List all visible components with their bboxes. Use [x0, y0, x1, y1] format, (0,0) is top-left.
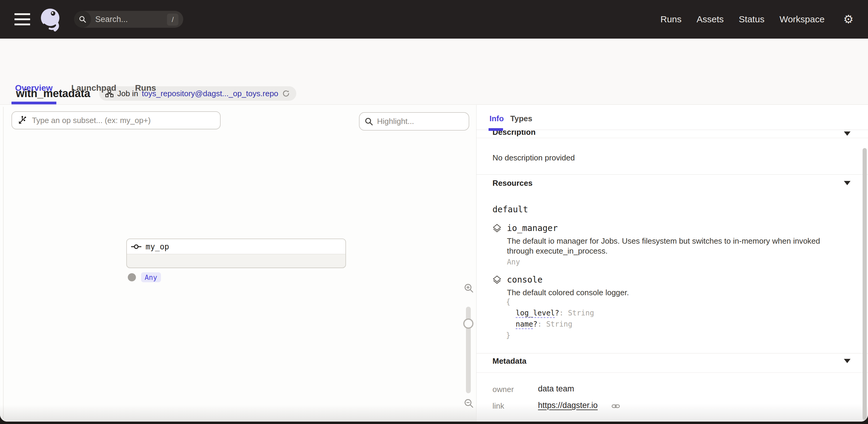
top-nav: / Runs Assets Status Workspace ⚙	[0, 0, 868, 39]
metadata-section-heading[interactable]: Metadata	[493, 357, 527, 366]
breadcrumb-repo-link[interactable]: toys_repository@dagst..._op_toys.repo	[142, 89, 278, 98]
search-icon	[74, 11, 91, 28]
resources-collapse-caret-icon[interactable]	[844, 181, 850, 185]
schema-open-brace: {	[506, 297, 594, 308]
job-tabs: Overview Launchpad Runs	[15, 83, 156, 104]
panel-tab-types[interactable]: Types	[510, 114, 532, 123]
resource-io-manager-description: The default io manager for Jobs. Uses fi…	[507, 236, 843, 256]
search-input[interactable]	[95, 15, 153, 24]
highlight-search	[359, 112, 469, 130]
reload-icon[interactable]	[282, 89, 290, 98]
hamburger-menu-icon[interactable]	[14, 13, 30, 25]
page-header: with_metadata Job in toys_repository@dag…	[0, 39, 868, 104]
nav-link-workspace[interactable]: Workspace	[779, 14, 825, 24]
nav-link-status[interactable]: Status	[739, 14, 764, 24]
resources-section-heading[interactable]: Resources	[493, 179, 532, 188]
op-selector-icon	[18, 116, 27, 125]
nav-link-runs[interactable]: Runs	[660, 14, 681, 24]
op-icon	[131, 244, 142, 250]
tab-launchpad[interactable]: Launchpad	[71, 83, 116, 104]
resource-io-manager-name: io_manager	[507, 223, 558, 233]
zoom-slider-thumb[interactable]	[463, 319, 473, 329]
settings-gear-icon[interactable]: ⚙	[843, 13, 854, 25]
nav-link-assets[interactable]: Assets	[696, 14, 724, 24]
op-node-my-op[interactable]: my_op	[126, 239, 346, 268]
schema-field-name: name?: String	[506, 319, 594, 330]
search-shortcut-badge: /	[167, 13, 179, 26]
resource-console-name: console	[507, 275, 542, 285]
metadata-collapse-caret-icon[interactable]	[844, 359, 850, 363]
op-node-name: my_op	[146, 242, 169, 251]
op-graph-canvas[interactable]: my_op Any	[0, 105, 476, 422]
config-schema-block[interactable]: { log_level?: String name?: String }	[506, 297, 594, 341]
metadata-value-owner: data team	[538, 384, 574, 394]
external-link-chain-icon[interactable]	[612, 402, 620, 411]
resource-icon	[493, 224, 501, 233]
schema-field-log-level: log_level?: String	[506, 308, 594, 319]
description-section-heading[interactable]: Description	[493, 130, 535, 137]
resource-io-manager-config: Any	[507, 258, 520, 266]
panel-tab-info[interactable]: Info	[490, 114, 504, 123]
op-output-type-badge[interactable]: Any	[141, 272, 161, 282]
dagster-logo-icon[interactable]	[38, 7, 63, 32]
op-subset-filter	[11, 111, 221, 129]
schema-close-brace: }	[506, 330, 594, 341]
metadata-link-dagster-io[interactable]: https://dagster.io	[538, 401, 598, 410]
zoom-out-icon[interactable]	[464, 398, 474, 408]
app-window: / Runs Assets Status Workspace ⚙ with_me…	[0, 0, 868, 422]
global-search[interactable]: /	[74, 11, 183, 28]
metadata-key-link: link	[493, 401, 504, 411]
description-empty-text: No description provided	[493, 153, 575, 162]
canvas-left-gutter	[3, 107, 4, 419]
metadata-key-owner: owner	[493, 385, 514, 394]
highlight-input[interactable]	[377, 117, 453, 126]
op-subset-input[interactable]	[32, 116, 215, 125]
nav-links: Runs Assets Status Workspace ⚙	[660, 13, 854, 25]
tab-overview[interactable]: Overview	[15, 83, 53, 104]
panel-scrollbar-thumb[interactable]	[863, 148, 867, 420]
description-collapse-caret-icon[interactable]	[844, 131, 850, 136]
highlight-search-icon	[364, 117, 373, 126]
resource-set-name: default	[493, 205, 528, 214]
panel-tab-indicator	[489, 128, 503, 131]
zoom-in-icon[interactable]	[464, 283, 474, 293]
op-output-port[interactable]	[128, 273, 136, 281]
sidebar-panel: Info Types Description No description pr…	[476, 105, 868, 422]
tab-runs[interactable]: Runs	[135, 83, 156, 104]
logger-icon	[493, 275, 501, 284]
panel-scroll-area[interactable]: Description No description provided Reso…	[476, 130, 868, 422]
panel-tabs: Info Types	[476, 105, 868, 130]
